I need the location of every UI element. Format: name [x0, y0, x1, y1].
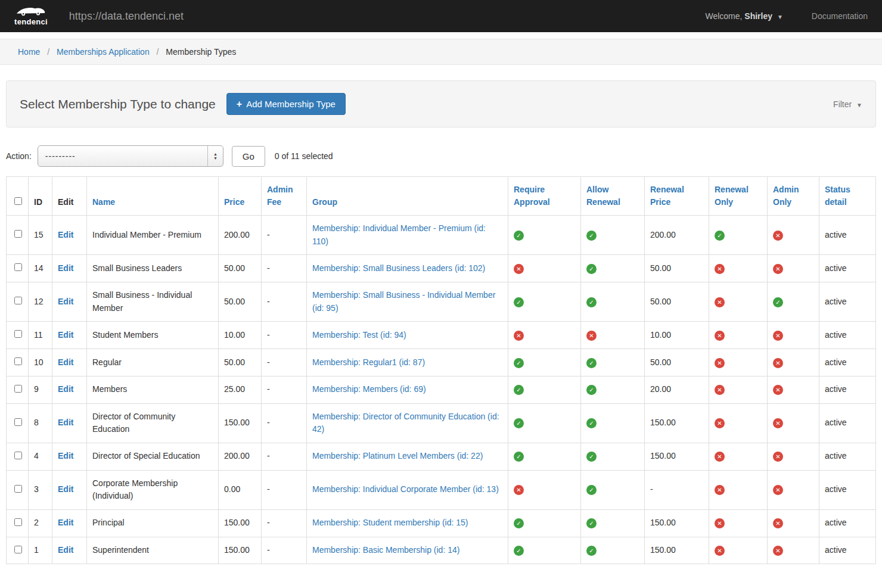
checkbox-cell	[7, 322, 29, 349]
group-link[interactable]: Membership: Individual Corporate Member …	[312, 484, 499, 494]
row-checkbox[interactable]	[14, 485, 22, 493]
cell-require-approval: ✓	[508, 509, 581, 537]
cell-status-detail: active	[819, 403, 876, 443]
breadcrumb-memberships-application[interactable]: Memberships Application	[57, 47, 150, 57]
cell-admin-only: ✕	[768, 376, 819, 403]
group-link[interactable]: Membership: Basic Membership (id: 14)	[312, 545, 459, 555]
cell-admin-only: ✕	[768, 322, 819, 349]
edit-link[interactable]: Edit	[58, 418, 73, 427]
row-checkbox[interactable]	[14, 385, 22, 393]
no-icon: ✕	[715, 546, 725, 556]
table-row: 10EditRegular50.00-Membership: Regular1 …	[7, 349, 876, 377]
cell-admin-fee: -	[262, 349, 307, 377]
edit-link[interactable]: Edit	[58, 297, 73, 306]
cell-name: Individual Member - Premium	[87, 216, 219, 255]
column-header-group[interactable]: Group	[307, 177, 508, 216]
cell-group: Membership: Small Business - Individual …	[307, 282, 508, 322]
cell-id: 4	[29, 443, 52, 470]
column-header-price[interactable]: Price	[219, 177, 262, 216]
action-row: Action: --------- ▲▼ Go 0 of 11 selected	[6, 145, 876, 167]
cell-status-detail: active	[819, 509, 876, 537]
topbar-right: Welcome, Shirley ▼ Documentation	[705, 11, 868, 21]
row-checkbox[interactable]	[14, 357, 22, 365]
breadcrumb-separator: /	[157, 47, 159, 57]
edit-link[interactable]: Edit	[58, 263, 73, 273]
row-checkbox[interactable]	[14, 297, 22, 304]
cell-admin-fee: -	[262, 216, 307, 255]
cell-id: 12	[29, 282, 52, 322]
cell-edit: Edit	[52, 322, 87, 349]
yes-icon: ✓	[586, 485, 597, 495]
column-header-require-approval[interactable]: Require Approval	[508, 177, 581, 216]
row-checkbox[interactable]	[14, 418, 22, 426]
tendenci-logo[interactable]: tendenci	[14, 6, 48, 26]
cell-price: 50.00	[219, 349, 262, 377]
cell-renewal-only: ✕	[709, 349, 768, 377]
cell-group: Membership: Members (id: 69)	[307, 376, 508, 403]
edit-link[interactable]: Edit	[58, 384, 73, 394]
action-select[interactable]: --------- ▲▼	[38, 145, 223, 167]
edit-link[interactable]: Edit	[58, 451, 73, 461]
group-link[interactable]: Membership: Members (id: 69)	[312, 384, 426, 394]
column-header-admin-only[interactable]: Admin Only	[768, 177, 819, 216]
row-checkbox[interactable]	[14, 330, 22, 338]
cell-require-approval: ✓	[508, 376, 581, 403]
cell-admin-only: ✕	[768, 216, 819, 255]
no-icon: ✕	[773, 518, 783, 528]
column-header-renewal-only[interactable]: Renewal Only	[709, 177, 768, 216]
group-link[interactable]: Membership: Platinum Level Members (id: …	[312, 451, 483, 461]
cell-renewal-only: ✕	[709, 443, 768, 470]
group-link[interactable]: Membership: Small Business - Individual …	[312, 290, 495, 313]
edit-link[interactable]: Edit	[58, 518, 73, 527]
welcome-dropdown[interactable]: Welcome, Shirley ▼	[705, 11, 782, 21]
column-header-admin-fee[interactable]: Admin Fee	[262, 177, 307, 216]
cell-group: Membership: Individual Corporate Member …	[307, 470, 508, 509]
cell-status-detail: active	[819, 322, 876, 349]
edit-link[interactable]: Edit	[58, 330, 73, 340]
yes-icon: ✓	[514, 297, 524, 307]
group-link[interactable]: Membership: Individual Member - Premium …	[312, 223, 486, 246]
group-link[interactable]: Membership: Small Business Leaders (id: …	[312, 263, 485, 273]
documentation-link[interactable]: Documentation	[812, 11, 868, 21]
column-header-renewal-price[interactable]: Renewal Price	[645, 177, 709, 216]
breadcrumb-separator: /	[47, 47, 49, 57]
row-checkbox[interactable]	[14, 452, 22, 459]
cell-renewal-price: 150.00	[645, 403, 709, 443]
edit-link[interactable]: Edit	[58, 545, 73, 555]
yes-icon: ✓	[514, 518, 524, 528]
table-row: 12EditSmall Business - Individual Member…	[7, 282, 876, 322]
edit-link[interactable]: Edit	[58, 484, 73, 494]
no-icon: ✕	[773, 546, 783, 556]
group-link[interactable]: Membership: Director of Community Educat…	[312, 412, 499, 434]
cell-allow-renewal: ✓	[581, 509, 645, 537]
cell-edit: Edit	[52, 282, 87, 322]
row-checkbox[interactable]	[14, 263, 22, 271]
select-all-checkbox[interactable]	[14, 197, 22, 205]
cell-admin-fee: -	[262, 282, 307, 322]
breadcrumb-home[interactable]: Home	[18, 47, 40, 57]
yes-icon: ✓	[586, 546, 597, 556]
edit-link[interactable]: Edit	[58, 230, 73, 239]
cell-allow-renewal: ✕	[581, 322, 645, 349]
checkbox-cell	[7, 216, 29, 255]
table-row: 15EditIndividual Member - Premium200.00-…	[7, 216, 876, 255]
no-icon: ✕	[773, 231, 783, 241]
column-header-allow-renewal[interactable]: Allow Renewal	[581, 177, 645, 216]
add-membership-type-button[interactable]: + Add Membership Type	[226, 93, 346, 115]
cell-name: Small Business - Individual Member	[87, 282, 219, 322]
group-link[interactable]: Membership: Student membership (id: 15)	[312, 518, 468, 527]
row-checkbox[interactable]	[14, 518, 22, 526]
filter-label: Filter	[833, 99, 852, 109]
column-header-status-detail[interactable]: Status detail	[819, 177, 876, 216]
row-checkbox[interactable]	[14, 546, 22, 553]
cell-require-approval: ✓	[508, 349, 581, 377]
group-link[interactable]: Membership: Regular1 (id: 87)	[312, 357, 425, 367]
column-header-name[interactable]: Name	[87, 177, 219, 216]
filter-toggle[interactable]: Filter ▼	[833, 99, 862, 109]
edit-link[interactable]: Edit	[58, 357, 73, 367]
group-link[interactable]: Membership: Test (id: 94)	[312, 330, 406, 340]
site-url[interactable]: https://data.tendenci.net	[69, 10, 184, 23]
go-button[interactable]: Go	[232, 146, 265, 167]
row-checkbox[interactable]	[14, 230, 22, 238]
cell-renewal-price: 150.00	[645, 443, 709, 470]
